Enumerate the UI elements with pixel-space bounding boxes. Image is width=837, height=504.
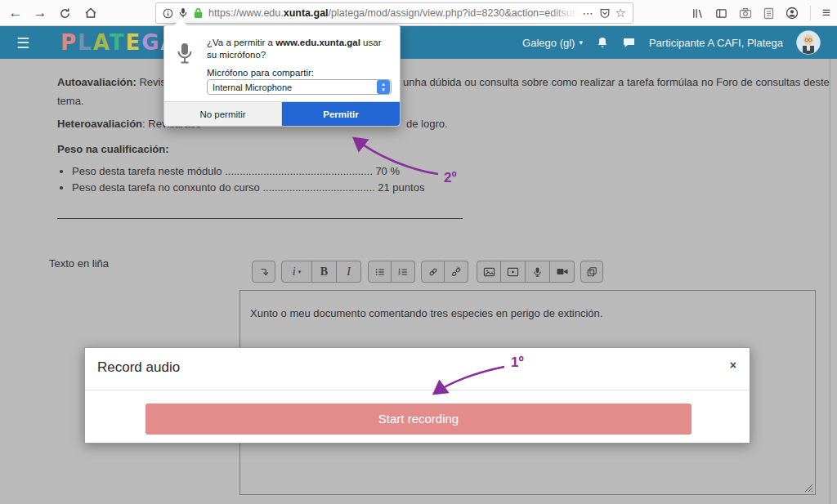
back-icon[interactable]: ←	[5, 0, 26, 26]
site-info-icon[interactable]	[163, 8, 173, 19]
mic-permission-popup: ¿Va a permitir a www.edu.xunta.gal usar …	[163, 25, 401, 127]
user-name[interactable]: Participante A CAFI, Platega	[649, 37, 783, 49]
toolbar-separator	[810, 6, 811, 20]
language-selector[interactable]: Galego (gl) ▾	[522, 37, 583, 49]
bookmark-star-icon[interactable]: ☆	[615, 6, 626, 20]
microphone-icon	[176, 42, 194, 66]
account-icon[interactable]	[786, 7, 799, 20]
notifications-bell-icon[interactable]	[596, 36, 609, 49]
site-header: ☰ PLATEGA Galego (gl) ▾ Participante A C…	[0, 26, 837, 59]
screenshot-camera-icon[interactable]	[739, 7, 752, 19]
user-avatar[interactable]	[796, 30, 821, 55]
mic-permission-icon[interactable]	[178, 7, 188, 19]
reload-icon[interactable]	[54, 0, 75, 26]
forward-icon[interactable]: →	[29, 0, 51, 26]
pocket-icon[interactable]	[599, 7, 611, 19]
page-tools-icon[interactable]	[763, 7, 774, 20]
start-recording-button[interactable]: Start recording	[145, 404, 692, 435]
url-text: https://www.edu.xunta.gal/platega/mod/as…	[208, 7, 578, 19]
record-audio-dialog: Record audio × Start recording	[84, 347, 750, 444]
lock-icon[interactable]	[193, 7, 204, 19]
platega-logo[interactable]: PLATEGA	[60, 30, 179, 55]
close-icon[interactable]: ×	[730, 359, 736, 372]
dialog-header: Record audio ×	[85, 348, 750, 390]
deny-button[interactable]: No permitir	[164, 102, 282, 126]
browser-toolbar: ← → https://www.edu.xunta.gal/platega/mo…	[0, 0, 837, 26]
url-bar[interactable]: https://www.edu.xunta.gal/platega/mod/as…	[155, 2, 633, 24]
sidebar-icon[interactable]	[715, 7, 727, 20]
nav-drawer-icon[interactable]: ☰	[16, 34, 29, 52]
home-icon[interactable]	[80, 0, 101, 26]
page-actions-icon[interactable]: ⋯	[583, 7, 594, 20]
microphone-select[interactable]: Internal Microphone ▲▼	[207, 79, 392, 95]
hamburger-menu-icon[interactable]: ≡	[822, 5, 830, 21]
selected-microphone: Internal Microphone	[208, 83, 376, 92]
mic-share-label: Micrófono para compartir:	[207, 68, 314, 78]
select-stepper-icon: ▲▼	[377, 80, 390, 94]
dialog-title: Record audio	[97, 359, 180, 376]
library-icon[interactable]	[692, 7, 704, 20]
popup-anchor-arrow	[174, 19, 187, 25]
permission-question: ¿Va a permitir a www.edu.xunta.gal usar …	[207, 37, 390, 61]
allow-button[interactable]: Permitir	[282, 102, 400, 126]
messages-chat-icon[interactable]	[622, 37, 636, 49]
chevron-down-icon: ▾	[579, 38, 583, 47]
